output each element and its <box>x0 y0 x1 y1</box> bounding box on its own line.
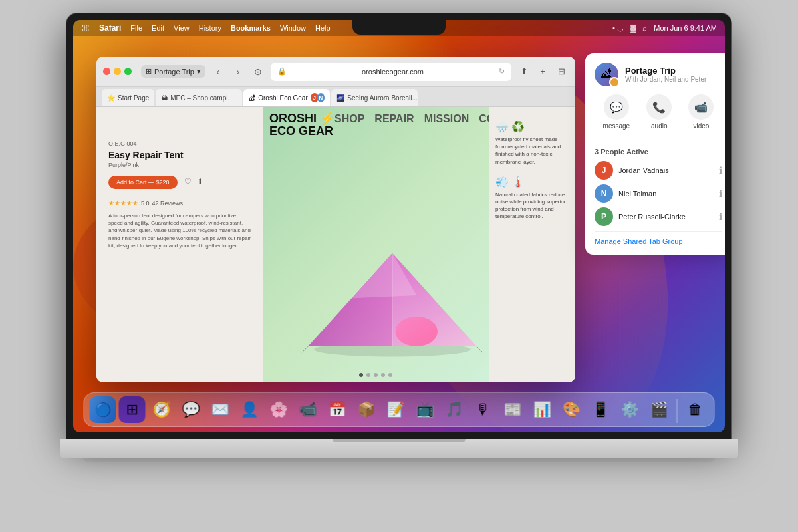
fullscreen-button[interactable] <box>124 68 132 75</box>
apple-logo-icon[interactable]: ⌘ <box>81 23 90 33</box>
numbers-icon: 📊 <box>533 401 551 418</box>
jordan-info-icon[interactable]: ℹ <box>719 165 722 176</box>
news-icon: 📰 <box>503 401 521 418</box>
safari-window: ⊞ Portage Trip ▾ ‹ › ⊙ 🔒 oroshiecogear.c… <box>96 57 575 382</box>
wishlist-icon[interactable]: ♡ <box>184 177 192 186</box>
feature-wind-text: Natural coated fabrics reduce noise whil… <box>495 191 569 221</box>
add-to-cart-button[interactable]: Add to Cart — $220 <box>108 176 178 189</box>
dock-news[interactable]: 📰 <box>499 396 526 423</box>
tab-aurora[interactable]: 🌌 Seeing Aurora Boreali... <box>331 89 418 106</box>
dot-1[interactable] <box>359 373 363 377</box>
audio-action-button[interactable]: 📞 audio <box>646 94 672 130</box>
dock-photos[interactable]: 🌸 <box>265 396 292 423</box>
person-jordan[interactable]: J Jordan Vadnais ℹ <box>595 161 722 180</box>
tab-mec[interactable]: 🏔 MEC – Shop camping,climbing... <box>156 89 242 106</box>
reload-icon[interactable]: ↻ <box>499 67 505 76</box>
dot-4[interactable] <box>381 373 385 377</box>
macbook: ⌘ Safari File Edit View History Bookmark… <box>50 13 748 519</box>
feature-waterproof-text: Waterproof fly sheet made from recycled … <box>495 136 569 166</box>
dock-separator <box>677 399 678 423</box>
dock-launchpad[interactable]: ⊞ <box>119 396 146 423</box>
share-product-icon[interactable]: ⬆ <box>197 177 203 186</box>
product-description: A four-person tent designed for campers … <box>108 212 251 249</box>
mail-icon: ✉️ <box>211 401 229 418</box>
peter-info-icon[interactable]: ℹ <box>719 211 722 222</box>
dock-mail[interactable]: ✉️ <box>207 396 233 423</box>
add-tab-icon[interactable]: + <box>535 65 550 79</box>
desktop: ⌘ Safari File Edit View History Bookmark… <box>73 20 725 432</box>
dot-3[interactable] <box>374 373 378 377</box>
dock-music[interactable]: 🎵 <box>441 396 467 423</box>
message-label: message <box>603 122 630 130</box>
manage-shared-tab-group-link[interactable]: Manage Shared Tab Group <box>595 231 722 245</box>
search-icon[interactable]: ⌕ <box>642 24 647 32</box>
person-peter[interactable]: P Peter Russell-Clarke ℹ <box>595 207 722 226</box>
menubar-history[interactable]: History <box>199 24 221 32</box>
chevron-down-icon: ▾ <box>197 67 201 76</box>
tab-startpage[interactable]: ⭐ Start Page <box>102 89 154 106</box>
aurora-label: Seeing Aurora Boreali... <box>347 94 418 102</box>
mec-favicon: 🏔 <box>161 94 168 102</box>
dock-numbers[interactable]: 📊 <box>529 396 555 423</box>
dock-trash[interactable]: 🗑 <box>682 396 709 423</box>
macbook-base <box>60 439 738 458</box>
niel-info-icon[interactable]: ℹ <box>719 188 722 199</box>
video-action-button[interactable]: 📹 video <box>688 94 714 130</box>
dock-quicktime[interactable]: 🎬 <box>646 396 672 423</box>
jordan-avatar: J <box>595 161 613 180</box>
dot-2[interactable] <box>366 373 370 377</box>
tab-oroshi[interactable]: 🏕 Oroshi Eco Gear J N <box>243 89 330 106</box>
svg-point-3 <box>396 317 438 346</box>
dock-finder[interactable]: 🔵 <box>90 396 116 423</box>
menubar-file[interactable]: File <box>130 24 142 32</box>
dock-notes[interactable]: 📝 <box>382 396 409 423</box>
menubar-help[interactable]: Help <box>315 24 331 32</box>
dot-5[interactable] <box>388 373 392 377</box>
tent-image <box>296 183 489 369</box>
oroshi-avatar2: N <box>317 93 325 102</box>
macbook-feet <box>83 458 715 462</box>
dock-keynote[interactable]: 🎨 <box>558 396 585 423</box>
dock-calendar[interactable]: 📅 <box>324 396 350 423</box>
sidebar-icon[interactable]: ⊟ <box>554 65 569 79</box>
nav-shop[interactable]: SHOP <box>334 113 364 125</box>
close-button[interactable] <box>103 68 110 75</box>
nav-contact[interactable]: CONTACT <box>479 113 489 125</box>
dock-contacts[interactable]: 👤 <box>236 396 263 423</box>
tab-group-button[interactable]: ⊞ Portage Trip ▾ <box>141 65 205 78</box>
dock-systemprefs[interactable]: ⚙️ <box>616 396 643 423</box>
back-button[interactable]: ‹ <box>211 65 225 79</box>
forward-button[interactable]: › <box>231 65 245 79</box>
rating-score: 5.0 <box>141 200 150 207</box>
screen-reader-icon[interactable]: ⊙ <box>251 65 265 79</box>
clock: Mon Jun 6 9:41 AM <box>654 24 717 32</box>
menubar-window[interactable]: Window <box>280 24 306 32</box>
share-icon[interactable]: ⬆ <box>517 65 531 79</box>
screen-inner: ⌘ Safari File Edit View History Bookmark… <box>73 20 725 432</box>
menubar-view[interactable]: View <box>174 24 190 32</box>
message-action-button[interactable]: 💬 message <box>603 94 630 130</box>
nav-mission[interactable]: MISSION <box>424 113 469 125</box>
popup-header: 🏕 Portage Trip With Jordan, Neil and Pet… <box>595 63 722 86</box>
dock-podcasts[interactable]: 🎙 <box>470 396 497 423</box>
dock-facetime[interactable]: 📹 <box>295 396 321 423</box>
dock-safari[interactable]: 🧭 <box>148 396 175 423</box>
menubar-app-name[interactable]: Safari <box>99 23 121 33</box>
minimize-button[interactable] <box>114 68 121 75</box>
menubar-edit[interactable]: Edit <box>152 24 164 32</box>
dock-appstore[interactable]: 📱 <box>587 396 614 423</box>
systemprefs-icon: ⚙️ <box>620 401 638 418</box>
address-bar[interactable]: 🔒 oroshiecogear.com ↻ <box>271 63 511 81</box>
peter-name: Peter Russell-Clarke <box>618 213 714 221</box>
carousel-dots <box>263 373 489 377</box>
dock-tv[interactable]: 📺 <box>412 396 438 423</box>
menubar-bookmarks[interactable]: Bookmarks <box>231 24 271 32</box>
svg-line-5 <box>302 346 308 352</box>
tab-group-popup: 🏕 Portage Trip With Jordan, Neil and Pet… <box>585 53 725 255</box>
dock-messages[interactable]: 💬 <box>178 396 204 423</box>
nav-repair[interactable]: REPAIR <box>374 113 414 125</box>
lock-icon: 🔒 <box>277 67 287 76</box>
person-niel[interactable]: N Niel Tolman ℹ <box>595 184 722 203</box>
niel-avatar: N <box>595 184 613 203</box>
dock-keka[interactable]: 📦 <box>353 396 380 423</box>
